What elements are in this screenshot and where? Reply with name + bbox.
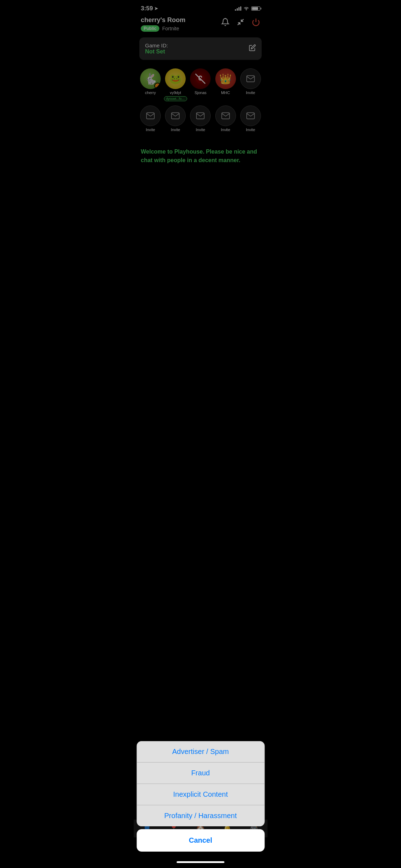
dim-overlay [134,0,267,289]
